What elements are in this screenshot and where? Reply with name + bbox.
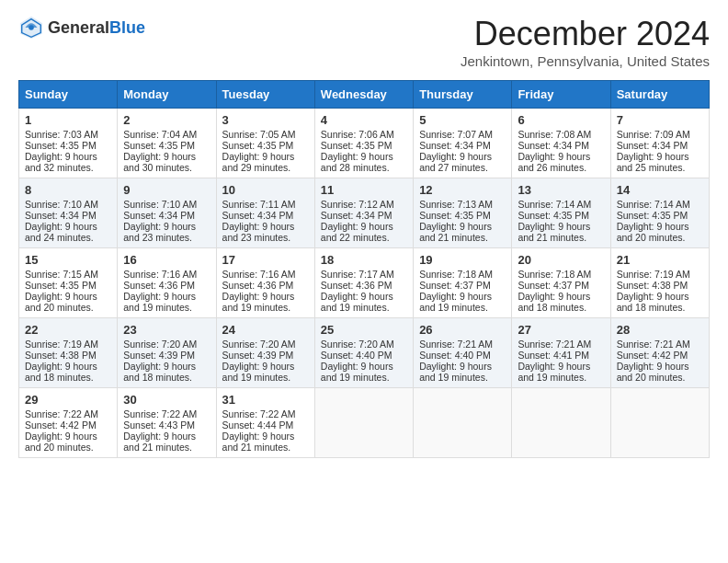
table-row: 26Sunrise: 7:21 AMSunset: 4:40 PMDayligh… [414,318,512,388]
table-row: 1Sunrise: 7:03 AMSunset: 4:35 PMDaylight… [19,109,118,178]
table-row: 9Sunrise: 7:10 AMSunset: 4:34 PMDaylight… [118,178,216,248]
table-row: 14Sunrise: 7:14 AMSunset: 4:35 PMDayligh… [610,178,709,248]
table-row: 20Sunrise: 7:18 AMSunset: 4:37 PMDayligh… [512,248,610,318]
table-row: 15Sunrise: 7:15 AMSunset: 4:35 PMDayligh… [19,248,118,318]
table-row: 4Sunrise: 7:06 AMSunset: 4:35 PMDaylight… [314,109,413,178]
table-row: 8Sunrise: 7:10 AMSunset: 4:34 PMDaylight… [19,178,118,248]
table-row: 18Sunrise: 7:17 AMSunset: 4:36 PMDayligh… [314,248,413,318]
table-row: 11Sunrise: 7:12 AMSunset: 4:34 PMDayligh… [314,178,413,248]
title-section: December 2024 Jenkintown, Pennsylvania, … [461,15,710,69]
header-row: Sunday Monday Tuesday Wednesday Thursday… [19,81,710,109]
table-row: 7Sunrise: 7:09 AMSunset: 4:34 PMDaylight… [610,109,709,178]
calendar-body: 1Sunrise: 7:03 AMSunset: 4:35 PMDaylight… [19,109,710,458]
table-row: 6Sunrise: 7:08 AMSunset: 4:34 PMDaylight… [512,109,610,178]
header-saturday: Saturday [610,81,709,109]
logo-general: General [48,19,109,36]
header-thursday: Thursday [414,81,512,109]
table-row [512,388,610,458]
table-row: 25Sunrise: 7:20 AMSunset: 4:40 PMDayligh… [314,318,413,388]
calendar-header: Sunday Monday Tuesday Wednesday Thursday… [19,81,710,109]
logo-blue: Blue [109,19,145,36]
table-row: 2Sunrise: 7:04 AMSunset: 4:35 PMDaylight… [118,109,216,178]
table-row [414,388,512,458]
logo-icon [18,15,44,40]
logo: General Blue [18,15,145,40]
table-row: 13Sunrise: 7:14 AMSunset: 4:35 PMDayligh… [512,178,610,248]
page-header: General Blue December 2024 Jenkintown, P… [18,15,710,69]
table-row: 31Sunrise: 7:22 AMSunset: 4:44 PMDayligh… [216,388,314,458]
table-row: 30Sunrise: 7:22 AMSunset: 4:43 PMDayligh… [118,388,216,458]
table-row: 23Sunrise: 7:20 AMSunset: 4:39 PMDayligh… [118,318,216,388]
table-row: 22Sunrise: 7:19 AMSunset: 4:38 PMDayligh… [19,318,118,388]
table-row: 12Sunrise: 7:13 AMSunset: 4:35 PMDayligh… [414,178,512,248]
table-row: 19Sunrise: 7:18 AMSunset: 4:37 PMDayligh… [414,248,512,318]
svg-point-2 [28,25,34,30]
table-row [314,388,413,458]
table-row: 5Sunrise: 7:07 AMSunset: 4:34 PMDaylight… [414,109,512,178]
table-row: 28Sunrise: 7:21 AMSunset: 4:42 PMDayligh… [610,318,709,388]
table-row: 21Sunrise: 7:19 AMSunset: 4:38 PMDayligh… [610,248,709,318]
table-row: 10Sunrise: 7:11 AMSunset: 4:34 PMDayligh… [216,178,314,248]
calendar-subtitle: Jenkintown, Pennsylvania, United States [461,53,710,69]
table-row [610,388,709,458]
calendar-title: December 2024 [461,15,710,53]
table-row: 17Sunrise: 7:16 AMSunset: 4:36 PMDayligh… [216,248,314,318]
header-friday: Friday [512,81,610,109]
table-row: 27Sunrise: 7:21 AMSunset: 4:41 PMDayligh… [512,318,610,388]
header-wednesday: Wednesday [314,81,413,109]
table-row: 29Sunrise: 7:22 AMSunset: 4:42 PMDayligh… [19,388,118,458]
logo-text: General Blue [48,19,145,36]
header-sunday: Sunday [19,81,118,109]
calendar-table: Sunday Monday Tuesday Wednesday Thursday… [18,80,710,458]
header-monday: Monday [118,81,216,109]
table-row: 24Sunrise: 7:20 AMSunset: 4:39 PMDayligh… [216,318,314,388]
header-tuesday: Tuesday [216,81,314,109]
table-row: 16Sunrise: 7:16 AMSunset: 4:36 PMDayligh… [118,248,216,318]
table-row: 3Sunrise: 7:05 AMSunset: 4:35 PMDaylight… [216,109,314,178]
